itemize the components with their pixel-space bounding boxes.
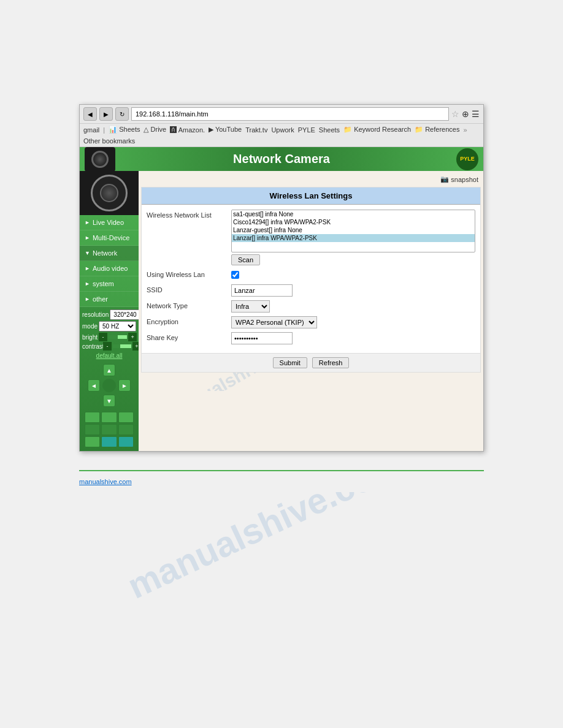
bookmark-drive[interactable]: △ Drive (144, 126, 166, 134)
sidebar-camera-logo (80, 171, 139, 215)
bookmark-sheets2[interactable]: Sheets (319, 126, 340, 134)
bright-track (109, 335, 127, 339)
default-all-btn[interactable]: default.all (82, 351, 136, 360)
using-wireless-value (231, 271, 475, 281)
contrast-slider: - + (103, 342, 141, 351)
bookmark-youtube[interactable]: ▶ YouTube (209, 126, 242, 134)
sidebar-label: Network (93, 249, 117, 257)
wifi-option-1: sa1-quest[] infra None (232, 210, 475, 218)
wifi-option-4: Lanzar[] infra WPA/WPA2-PSK (232, 234, 475, 242)
arrow-icon: ► (85, 219, 90, 226)
bottom-btn-8[interactable] (101, 436, 117, 447)
bottom-btn-1[interactable] (85, 412, 100, 423)
dpad-down-btn[interactable]: ▼ (103, 395, 115, 407)
sidebar-label: Audio video (93, 265, 128, 272)
using-wireless-checkbox[interactable] (231, 271, 239, 279)
snapshot-bar: 📷 snapshot (141, 173, 481, 184)
scan-btn[interactable]: Scan (231, 254, 260, 265)
bookmark-keyword[interactable]: 📁 Keyword Research (343, 126, 411, 134)
bright-plus-btn[interactable]: + (128, 333, 137, 341)
bottom-btn-3[interactable] (118, 412, 134, 423)
wifi-network-select[interactable]: sa1-quest[] infra None Cisco14294[] infr… (231, 210, 475, 252)
encryption-value: WPA2 Personal (TKIP) WPA Personal (TKIP)… (231, 316, 475, 328)
share-key-label: Share Key (147, 332, 226, 341)
share-key-input[interactable] (231, 332, 293, 344)
sidebar: ► Live Video ► Multi-Device ▼ Network ► … (80, 171, 139, 451)
bookmark-references[interactable]: 📁 References (415, 126, 459, 134)
bottom-btn-5[interactable] (101, 424, 117, 435)
nav-forward-btn[interactable]: ▶ (99, 107, 113, 121)
network-type-label: Network Type (147, 300, 226, 309)
wifi-option-3: Lanzar-guest[] infra None (232, 226, 475, 234)
sidebar-item-audio-video[interactable]: ► Audio video (80, 261, 139, 276)
directional-pad: ▲ ◄ ► ▼ (88, 364, 131, 407)
snapshot-label: snapshot (451, 176, 478, 183)
ssid-label: SSID (147, 284, 226, 294)
snapshot-btn[interactable]: 📷 snapshot (440, 175, 478, 183)
sidebar-label: Multi-Device (93, 234, 130, 241)
dpad-up-btn[interactable]: ▲ (103, 364, 115, 376)
submit-btn[interactable]: Submit (273, 357, 307, 368)
watermark: manualshive.com (164, 373, 308, 391)
bottom-btn-4[interactable] (85, 424, 100, 435)
network-type-row: Network Type Infra Ad-Hoc (147, 300, 475, 313)
settings-panel: Wireless Lan Settings Wireless Network L… (141, 187, 481, 373)
bright-slider: - + (99, 333, 137, 341)
wifi-list-container: sa1-quest[] infra None Cisco14294[] infr… (231, 210, 475, 265)
sidebar-item-system[interactable]: ► system (80, 276, 139, 292)
arrow-icon: ► (85, 296, 90, 302)
bookmark-trakt[interactable]: Trakt.tv (245, 126, 267, 134)
sidebar-item-network[interactable]: ▼ Network (80, 246, 139, 261)
page-footer: manualshive.com (79, 470, 484, 492)
arrow-icon: ► (85, 235, 90, 241)
encryption-row: Encryption WPA2 Personal (TKIP) WPA Pers… (147, 316, 475, 328)
bright-minus-btn[interactable]: - (99, 333, 107, 341)
controls-area: resolution 320*240 640*480 1280*720 mode… (80, 307, 139, 451)
ssid-input[interactable] (231, 284, 293, 297)
sidebar-label: Live Video (93, 219, 124, 226)
watermark-large: manualshive.com (121, 492, 409, 607)
contrast-minus-btn[interactable]: - (103, 342, 112, 351)
mode-select[interactable]: 50 HZ 60 HZ (99, 321, 136, 332)
sidebar-item-other[interactable]: ► other (80, 292, 139, 307)
network-type-select[interactable]: Infra Ad-Hoc (231, 300, 270, 313)
snapshot-icon: 📷 (440, 175, 449, 183)
wifi-option-2: Cisco14294[] infra WPA/WPA2-PSK (232, 218, 475, 226)
bottom-btn-7[interactable] (85, 436, 100, 447)
bottom-buttons (82, 411, 136, 449)
arrow-icon: ► (85, 281, 90, 287)
sidebar-item-live-video[interactable]: ► Live Video (80, 215, 139, 230)
nav-back-btn[interactable]: ◀ (83, 107, 97, 121)
bottom-btn-6[interactable] (118, 424, 134, 435)
main-content: 📷 snapshot Wireless Lan Settings Wireles… (139, 171, 483, 451)
bookmark-gmail[interactable]: gmail (83, 126, 99, 134)
settings-title: Wireless Lan Settings (142, 188, 480, 205)
address-bar[interactable] (131, 107, 449, 121)
dpad-right-btn[interactable]: ► (118, 379, 131, 392)
bottom-btn-9[interactable] (118, 436, 134, 447)
dpad-center-btn[interactable] (102, 379, 116, 392)
sidebar-item-multi-device[interactable]: ► Multi-Device (80, 230, 139, 246)
page-title: Network Camera (233, 152, 330, 166)
camera-header: Network Camera PYLE (80, 147, 483, 171)
bookmark-other[interactable]: Other bookmarks (83, 137, 135, 145)
share-key-row: Share Key (147, 332, 475, 344)
form-actions: Submit Refresh (142, 353, 480, 372)
bookmark-upwork[interactable]: Upwork (271, 126, 294, 134)
nav-refresh-btn[interactable]: ↻ (115, 107, 129, 121)
contrast-label: contrast (82, 343, 102, 350)
encryption-select[interactable]: WPA2 Personal (TKIP) WPA Personal (TKIP)… (231, 316, 317, 328)
ssid-value (231, 284, 475, 297)
footer-link[interactable]: manualshive.com (79, 478, 132, 485)
bookmark-sheets[interactable]: 📊 Sheets (109, 126, 140, 134)
arrow-icon: ▼ (85, 250, 90, 256)
using-wireless-label: Using Wireless Lan (147, 269, 226, 278)
encryption-label: Encryption (147, 316, 226, 325)
bookmark-pyle[interactable]: PYLE (298, 126, 315, 134)
sidebar-label: system (93, 280, 114, 287)
dpad-left-btn[interactable]: ◄ (88, 379, 100, 392)
refresh-btn[interactable]: Refresh (312, 357, 350, 368)
bookmark-amazon[interactable]: 🅰 Amazon. (170, 126, 205, 134)
bookmarks-bar: gmail | 📊 Sheets △ Drive 🅰 Amazon. ▶ You… (80, 124, 483, 147)
bottom-btn-2[interactable] (101, 412, 117, 423)
